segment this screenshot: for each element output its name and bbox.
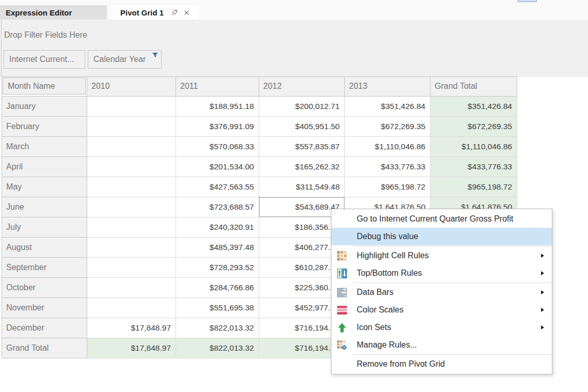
data-cell-november-2010[interactable] xyxy=(87,298,176,318)
menu-item-debug-this-value[interactable]: Debug this value xyxy=(331,228,552,245)
data-cell-july-2010[interactable] xyxy=(87,217,176,238)
data-cell-october-2011[interactable]: $284,766.86 xyxy=(176,278,259,298)
menu-item-data-bars[interactable]: Data Bars xyxy=(331,284,552,301)
menu-icon-gutter xyxy=(336,358,347,370)
submenu-arrow-icon xyxy=(541,271,544,275)
menu-separator xyxy=(353,283,552,283)
data-cell-january-2012[interactable]: $200,012.71 xyxy=(259,97,345,117)
menu-item-top-bottom-rules[interactable]: Top/Bottom Rules xyxy=(331,264,552,282)
column-header-2013[interactable]: 2013 xyxy=(345,77,431,97)
data-cell-april-2011[interactable]: $201,534.00 xyxy=(176,157,259,177)
row-header-june[interactable]: June xyxy=(2,197,87,217)
data-cell-grand-total-2011[interactable]: $822,013.32 xyxy=(176,338,259,358)
data-cell-april-grand-total[interactable]: $433,776.33 xyxy=(431,157,517,177)
menu-item-remove-from-pivot-grid[interactable]: Remove from Pivot Grid xyxy=(331,355,552,373)
field-button-internet-current[interactable]: Internet Current... xyxy=(4,50,85,69)
data-cell-december-2011[interactable]: $822,013.32 xyxy=(176,318,259,338)
data-cell-january-2013[interactable]: $351,426.84 xyxy=(345,97,431,117)
menu-item-manage-rules-[interactable]: Manage Rules... xyxy=(331,336,552,354)
data-cell-december-2010[interactable]: $17,848.97 xyxy=(87,318,176,338)
tab-bar: Expression Editor Pivot Grid 1 ✕ xyxy=(0,0,588,20)
data-cell-may-2010[interactable] xyxy=(87,177,176,197)
row-header-march[interactable]: March xyxy=(2,137,87,157)
data-cell-may-2011[interactable]: $427,563.55 xyxy=(176,177,259,197)
menu-item-go-to-internet-current-quarter-gross-profit[interactable]: Go to Internet Current Quarter Gross Pro… xyxy=(331,210,552,228)
pivot-corner-cell: Month Name xyxy=(2,77,87,97)
column-header-2011[interactable]: 2011 xyxy=(176,77,259,97)
data-cell-april-2013[interactable]: $433,776.33 xyxy=(345,157,431,177)
data-cell-september-2011[interactable]: $728,293.52 xyxy=(176,258,259,278)
data-cell-april-2012[interactable]: $165,262.32 xyxy=(259,157,345,177)
menu-separator xyxy=(353,354,552,355)
menu-item-label: Icon Sets xyxy=(357,323,391,332)
data-cell-may-2012[interactable]: $311,549.48 xyxy=(259,177,345,197)
close-icon[interactable]: ✕ xyxy=(183,9,190,17)
tab-label: Pivot Grid 1 xyxy=(120,8,164,17)
menu-item-color-scales[interactable]: Color Scales xyxy=(331,301,552,319)
row-header-april[interactable]: April xyxy=(2,157,87,177)
data-cell-march-2011[interactable]: $570,068.33 xyxy=(176,137,259,157)
data-cell-august-2010[interactable] xyxy=(87,238,176,258)
data-bars-icon xyxy=(336,287,347,298)
data-cell-october-2010[interactable] xyxy=(87,278,176,298)
menu-item-label: Top/Bottom Rules xyxy=(357,269,422,278)
row-header-september[interactable]: September xyxy=(2,258,87,278)
data-cell-may-2013[interactable]: $965,198.72 xyxy=(345,177,431,197)
submenu-arrow-icon xyxy=(541,325,544,330)
data-cell-march-grand-total[interactable]: $1,110,046.86 xyxy=(431,137,517,157)
menu-item-label: Go to Internet Current Quarter Gross Pro… xyxy=(357,214,513,224)
data-cell-november-2011[interactable]: $551,695.38 xyxy=(176,298,259,318)
row-header-august[interactable]: August xyxy=(2,238,87,258)
column-header-grand-total[interactable]: Grand Total xyxy=(431,77,517,97)
row-header-february[interactable]: February xyxy=(2,117,87,137)
data-cell-may-grand-total[interactable]: $965,198.72 xyxy=(431,177,517,197)
data-cell-february-2010[interactable] xyxy=(87,117,176,137)
icon-sets-icon xyxy=(336,322,347,333)
color-scales-icon xyxy=(336,304,347,316)
panel-border xyxy=(1,20,2,77)
data-cell-february-grand-total[interactable]: $672,269.35 xyxy=(431,117,517,137)
top-bottom-rules-icon xyxy=(336,268,347,279)
field-button-calendar-year[interactable]: Calendar Year xyxy=(88,50,162,69)
tab-expression-editor[interactable]: Expression Editor xyxy=(0,5,107,20)
row-header-january[interactable]: January xyxy=(2,97,87,117)
data-cell-september-2010[interactable] xyxy=(87,258,176,278)
menu-item-label: Color Scales xyxy=(357,305,404,315)
menu-icon-gutter xyxy=(336,213,347,225)
data-cell-grand-total-2010[interactable]: $17,848.97 xyxy=(87,338,176,358)
tab-pivot-grid-1[interactable]: Pivot Grid 1 ✕ xyxy=(112,5,199,20)
data-cell-february-2013[interactable]: $672,269.35 xyxy=(345,117,431,137)
data-cell-january-grand-total[interactable]: $351,426.84 xyxy=(431,97,517,117)
manage-rules-icon xyxy=(336,339,347,351)
data-cell-february-2012[interactable]: $405,951.50 xyxy=(259,117,345,137)
tab-label: Expression Editor xyxy=(6,8,72,17)
data-cell-march-2012[interactable]: $557,835.87 xyxy=(259,137,345,157)
submenu-arrow-icon xyxy=(541,308,544,312)
filter-funnel-icon[interactable] xyxy=(152,52,158,59)
data-cell-july-2011[interactable]: $240,320.91 xyxy=(176,217,259,238)
data-cell-march-2010[interactable] xyxy=(87,137,176,157)
row-header-may[interactable]: May xyxy=(2,177,87,197)
context-menu: Go to Internet Current Quarter Gross Pro… xyxy=(331,209,552,374)
row-header-grand-total[interactable]: Grand Total xyxy=(2,338,87,358)
menu-item-icon-sets[interactable]: Icon Sets xyxy=(331,319,552,336)
data-cell-june-2011[interactable]: $723,688.57 xyxy=(176,197,259,217)
data-cell-april-2010[interactable] xyxy=(87,157,176,177)
pin-icon[interactable] xyxy=(170,8,179,17)
data-cell-february-2011[interactable]: $376,991.09 xyxy=(176,117,259,137)
data-cell-march-2013[interactable]: $1,110,046.86 xyxy=(345,137,431,157)
data-cell-june-2010[interactable] xyxy=(87,197,176,217)
row-header-november[interactable]: November xyxy=(2,298,87,318)
row-header-october[interactable]: October xyxy=(2,278,87,298)
drop-filter-hint: Drop Filter Fields Here xyxy=(4,30,87,40)
column-header-2012[interactable]: 2012 xyxy=(259,77,345,97)
row-header-july[interactable]: July xyxy=(2,217,87,238)
data-cell-january-2010[interactable] xyxy=(87,97,176,117)
menu-item-highlight-cell-rules[interactable]: Highlight Cell Rules xyxy=(331,247,552,264)
month-name-field-button[interactable]: Month Name xyxy=(3,77,86,95)
row-header-december[interactable]: December xyxy=(2,318,87,338)
data-cell-august-2011[interactable]: $485,397.48 xyxy=(176,238,259,258)
column-header-2010[interactable]: 2010 xyxy=(87,77,176,97)
data-cell-january-2011[interactable]: $188,951.18 xyxy=(176,97,259,117)
menu-item-label: Data Bars xyxy=(357,288,393,297)
